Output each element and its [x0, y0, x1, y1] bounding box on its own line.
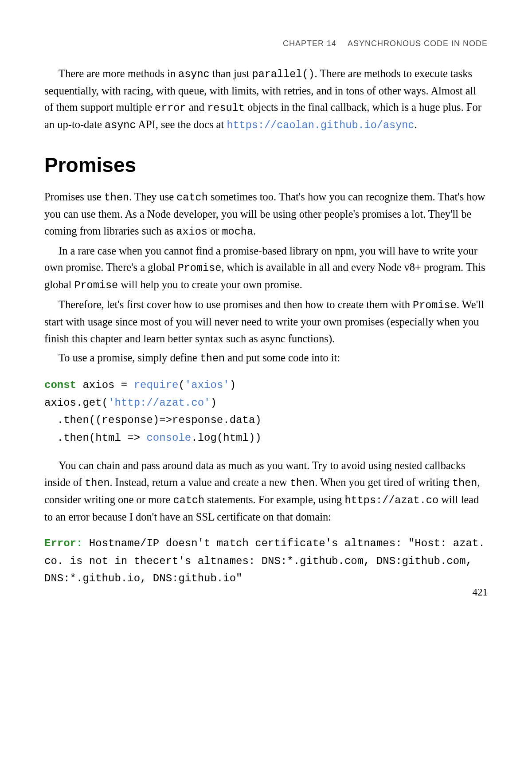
- paragraph-6: You can chain and pass around data as mu…: [44, 457, 488, 525]
- paragraph-1: There are more methods in async than jus…: [44, 65, 488, 133]
- code-catch: catch: [176, 192, 208, 204]
- code-then-2: then: [200, 353, 225, 364]
- paragraph-4: Therefore, let's first cover how to use …: [44, 296, 488, 347]
- code-error: error: [155, 102, 186, 114]
- page-number: 421: [473, 587, 488, 598]
- chapter-number: CHAPTER 14: [283, 39, 336, 48]
- keyword-console: console: [146, 432, 191, 444]
- keyword-require: require: [134, 379, 179, 391]
- code-async-2: async: [105, 119, 136, 131]
- code-catch-2: catch: [173, 494, 205, 506]
- code-promise-3: Promise: [413, 299, 457, 311]
- code-async: async: [178, 68, 210, 80]
- code-then-3: then: [85, 477, 110, 489]
- section-title-promises: Promises: [44, 153, 488, 177]
- paragraph-5: To use a promise, simply define then and…: [44, 349, 488, 367]
- string-url: 'http://azat.co': [108, 397, 210, 409]
- code-url-https: https://azat.co: [344, 494, 438, 506]
- link-caolan[interactable]: https://caolan.github.io/async: [227, 119, 414, 131]
- code-then-4: then: [290, 477, 315, 489]
- keyword-const: const: [44, 379, 76, 391]
- code-then-5: then: [452, 477, 477, 489]
- paragraph-2: Promises use then. They use catch someti…: [44, 188, 488, 239]
- code-parallel: parallel(): [252, 68, 315, 80]
- code-block-1: const axios = require('axios') axios.get…: [44, 376, 488, 447]
- code-promise-2: Promise: [74, 279, 118, 291]
- code-result: result: [207, 102, 245, 114]
- page-header: CHAPTER 14 ASYNCHRONOUS CODE IN NODE: [44, 39, 488, 48]
- code-axios: axios: [176, 226, 207, 238]
- code-mocha: mocha: [222, 226, 254, 238]
- code-promise-1: Promise: [178, 262, 222, 274]
- keyword-error: Error:: [44, 537, 82, 549]
- string-axios: 'axios': [185, 379, 230, 391]
- paragraph-3: In a rare case when you cannot find a pr…: [44, 243, 488, 294]
- code-block-2: Error: Hostname/IP doesn't match certifi…: [44, 535, 488, 588]
- code-then: then: [104, 192, 129, 204]
- chapter-title: ASYNCHRONOUS CODE IN NODE: [348, 39, 488, 48]
